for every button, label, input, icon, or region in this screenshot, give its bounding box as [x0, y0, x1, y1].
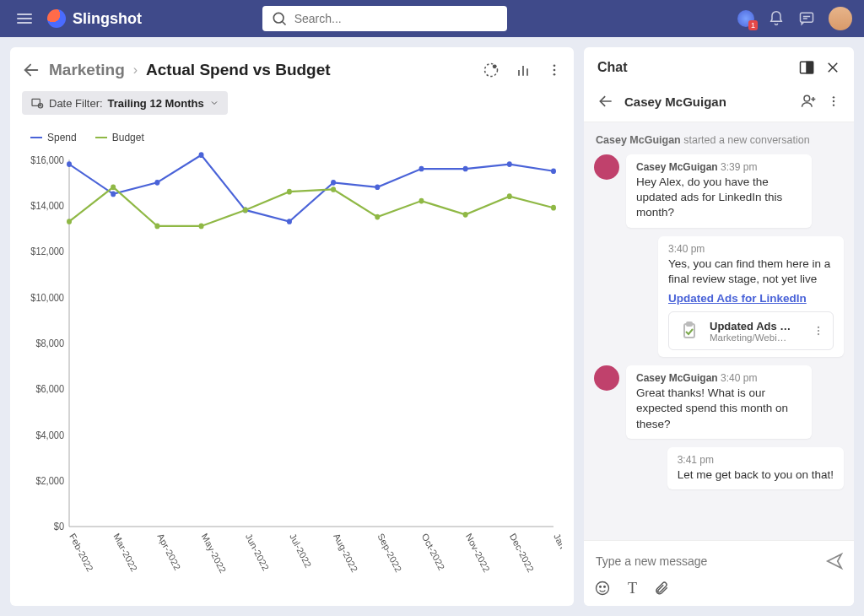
message-input[interactable] — [594, 549, 817, 573]
svg-point-44 — [287, 189, 292, 195]
bar-chart-icon[interactable] — [515, 62, 532, 78]
svg-point-35 — [418, 166, 424, 172]
message-bubble: 3:41 pmLet me get back to you on that! — [667, 447, 844, 489]
legend-budget[interactable]: Budget — [95, 132, 144, 143]
svg-text:$14,000: $14,000 — [30, 199, 64, 211]
svg-text:Feb-2022: Feb-2022 — [68, 532, 94, 574]
svg-text:Apr-2022: Apr-2022 — [156, 532, 182, 572]
more-vert-icon[interactable] — [827, 94, 840, 109]
system-note: Casey McGuigan started a new conversatio… — [596, 134, 842, 146]
message-avatar[interactable] — [594, 365, 619, 391]
svg-point-28 — [111, 192, 116, 197]
user-avatar[interactable] — [829, 7, 852, 30]
svg-point-11 — [554, 73, 556, 76]
svg-text:$12,000: $12,000 — [30, 246, 64, 257]
search-box[interactable] — [262, 6, 507, 31]
emoji-icon[interactable] — [594, 580, 611, 597]
svg-text:Nov-2022: Nov-2022 — [464, 532, 492, 574]
format-text-icon[interactable]: T — [628, 580, 637, 597]
svg-text:Mar-2022: Mar-2022 — [112, 532, 139, 574]
date-filter-chip[interactable]: Date Filter: Trailing 12 Months — [22, 91, 228, 115]
svg-text:Aug-2022: Aug-2022 — [332, 532, 359, 574]
notification-badge: 1 — [748, 20, 758, 30]
message-bubble: Casey McGuigan 3:40 pmGreat thanks! What… — [626, 365, 812, 439]
search-input[interactable] — [294, 12, 499, 25]
add-user-icon[interactable] — [800, 93, 817, 110]
explore-icon[interactable] — [483, 62, 500, 78]
svg-point-32 — [287, 219, 292, 224]
chat-composer: T — [584, 540, 854, 606]
chat-back-icon[interactable] — [597, 93, 614, 110]
svg-text:$0: $0 — [54, 521, 65, 532]
chat-title: Chat — [597, 60, 788, 75]
svg-point-40 — [111, 184, 116, 190]
svg-point-39 — [67, 219, 72, 224]
menu-button[interactable] — [12, 8, 37, 29]
brand-name: Slingshot — [73, 10, 142, 28]
more-vert-icon[interactable] — [813, 324, 824, 338]
message-row: 3:40 pmYes, you can find them here in a … — [594, 236, 844, 357]
svg-text:$2,000: $2,000 — [35, 474, 64, 486]
svg-point-43 — [243, 208, 248, 213]
svg-point-50 — [551, 205, 556, 211]
svg-line-15 — [40, 105, 41, 106]
brand-logo-icon — [47, 9, 66, 28]
svg-rect-64 — [807, 62, 813, 73]
svg-point-10 — [554, 69, 556, 72]
message-bubble: Casey McGuigan 3:39 pmHey Alex, do you h… — [626, 154, 812, 228]
back-button[interactable] — [22, 61, 40, 79]
brand[interactable]: Slingshot — [47, 9, 142, 28]
svg-point-72 — [833, 100, 834, 102]
chevron-right-icon: › — [133, 62, 138, 78]
svg-text:Oct-2022: Oct-2022 — [420, 532, 446, 572]
svg-point-34 — [375, 184, 380, 190]
chat-messages[interactable]: Casey McGuigan started a new conversatio… — [584, 122, 854, 540]
svg-text:Jun-2022: Jun-2022 — [244, 532, 271, 573]
message-avatar[interactable] — [594, 154, 619, 180]
attachment-card[interactable]: Updated Ads … Marketing/Webi… — [668, 311, 834, 350]
svg-point-78 — [818, 333, 819, 335]
filter-value: Trailing 12 Months — [108, 97, 204, 110]
svg-point-29 — [154, 180, 159, 186]
svg-point-80 — [600, 586, 602, 588]
message-row: Casey McGuigan 3:39 pmHey Alex, do you h… — [594, 154, 844, 228]
chat-icon[interactable] — [798, 10, 815, 27]
svg-text:$8,000: $8,000 — [35, 337, 64, 349]
svg-point-76 — [818, 327, 819, 328]
svg-text:$6,000: $6,000 — [35, 383, 64, 395]
search-icon — [271, 10, 288, 27]
message-row: 3:41 pmLet me get back to you on that! — [594, 447, 844, 489]
more-vert-icon[interactable] — [547, 62, 562, 78]
svg-point-36 — [463, 166, 468, 172]
breadcrumb: Marketing › Actual Spend vs Budget — [22, 61, 562, 79]
svg-point-73 — [833, 104, 834, 105]
svg-point-30 — [199, 152, 204, 158]
svg-text:$16,000: $16,000 — [30, 154, 64, 165]
svg-point-81 — [604, 586, 606, 588]
top-bar: Slingshot 1 — [0, 0, 864, 37]
message-link[interactable]: Updated Ads for LinkedIn — [668, 292, 834, 305]
bell-icon[interactable] — [768, 10, 785, 27]
svg-text:Jan-2023: Jan-2023 — [552, 532, 562, 573]
svg-text:Dec-2022: Dec-2022 — [508, 532, 536, 574]
svg-point-38 — [551, 168, 556, 174]
app-switcher-icon[interactable]: 1 — [737, 10, 754, 27]
svg-point-71 — [833, 96, 834, 98]
send-icon[interactable] — [825, 552, 844, 570]
message-row: Casey McGuigan 3:40 pmGreat thanks! What… — [594, 365, 844, 439]
chart-area[interactable]: $0$2,000$4,000$6,000$8,000$10,000$12,000… — [22, 150, 562, 592]
chat-participant: Casey McGuigan — [624, 95, 790, 109]
svg-text:$10,000: $10,000 — [30, 291, 64, 303]
svg-rect-2 — [800, 13, 813, 22]
attachment-icon[interactable] — [654, 580, 669, 597]
svg-point-47 — [418, 198, 424, 204]
svg-point-42 — [199, 224, 204, 230]
legend-spend[interactable]: Spend — [30, 132, 77, 143]
svg-point-45 — [331, 186, 336, 192]
panel-collapse-icon[interactable] — [798, 59, 815, 76]
close-icon[interactable] — [825, 60, 840, 75]
svg-text:$4,000: $4,000 — [35, 429, 64, 440]
chat-panel: Chat Casey McGuigan Casey McGuigan start… — [584, 47, 854, 606]
svg-text:Sep-2022: Sep-2022 — [376, 532, 404, 574]
breadcrumb-parent[interactable]: Marketing — [49, 61, 125, 79]
